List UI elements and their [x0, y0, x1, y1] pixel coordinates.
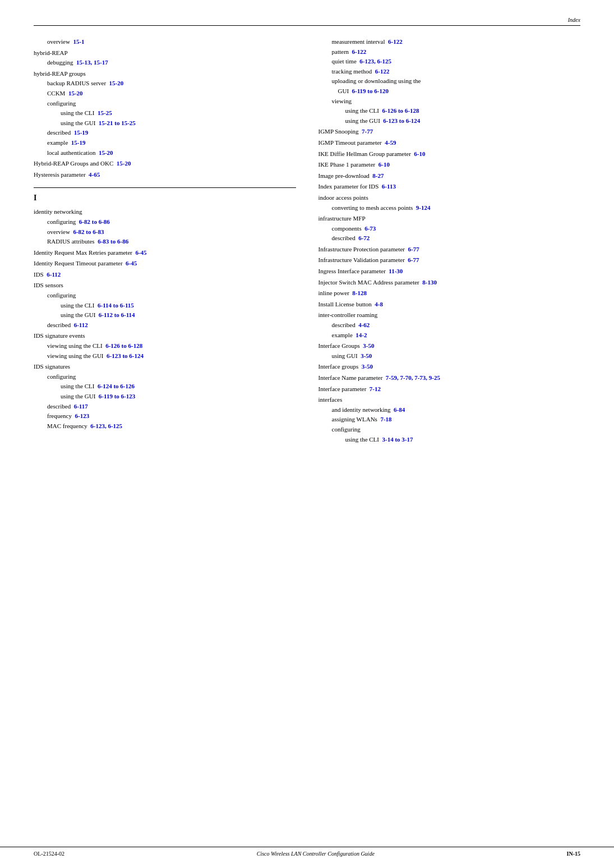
page-ref-link[interactable]: 6-122 [352, 48, 367, 55]
page-ref-link[interactable]: 15-19 [74, 129, 89, 136]
page-ref-link[interactable]: 6-82 to 6-83 [73, 228, 104, 235]
page-ref-link[interactable]: 6-117 [74, 403, 88, 410]
list-item: Install License button 4-8 [318, 300, 581, 310]
page-ref-link[interactable]: 7-77 [362, 128, 373, 135]
list-item: configuring [34, 99, 296, 109]
page-ref-link[interactable]: 8-130 [422, 279, 437, 286]
list-item: tracking method 6-122 [318, 67, 581, 77]
page-ref-link[interactable]: 6-123, 6-125 [359, 58, 391, 65]
page-ref-link[interactable]: 6-77 [408, 246, 419, 252]
page-ref-link[interactable]: 3-50 [363, 342, 374, 349]
list-item: CCKM 15-20 [34, 89, 296, 99]
list-item: described 6-72 [318, 233, 581, 244]
list-item: Ingress Interface parameter 11-30 [318, 267, 581, 277]
list-item: IKE Diffie Hellman Group parameter 6-10 [318, 149, 581, 159]
page-ref-link[interactable]: 7-18 [380, 416, 391, 422]
list-item: described 4-62 [318, 320, 581, 330]
left-column: overview 15-1 hybrid-REAP debugging 15-1… [34, 37, 296, 444]
list-item: and identity networking 6-84 [318, 405, 581, 415]
list-item: Injector Switch MAC Address parameter 8-… [318, 278, 581, 288]
page-ref-link[interactable]: 6-114 to 6-115 [98, 302, 134, 309]
list-item: IKE Phase 1 parameter 6-10 [318, 160, 581, 170]
page-ref-link[interactable]: 6-119 to 6-120 [352, 88, 389, 94]
page-ref-link[interactable]: 15-20 [117, 160, 131, 167]
list-item: Index parameter for IDS 6-113 [318, 182, 581, 192]
list-item: IDS signatures [34, 362, 296, 372]
page-ref-link[interactable]: 6-122 [388, 38, 403, 45]
section-letter-i: I [34, 194, 296, 203]
right-column: measurement interval 6-122 pattern 6-122… [318, 37, 581, 444]
page-ref-link[interactable]: 9-124 [416, 204, 431, 211]
page-ref-link[interactable]: 6-112 [47, 271, 61, 278]
list-item: viewing using the CLI 6-126 to 6-128 [34, 341, 296, 351]
page-ref-link[interactable]: 15-13, 15-17 [76, 59, 108, 66]
page-ref-link[interactable]: 6-123 [75, 412, 89, 419]
page-ref-link[interactable]: 6-123, 6-125 [90, 422, 122, 429]
page-ref-link[interactable]: 6-113 [382, 183, 396, 190]
page-ref-link[interactable]: 15-19 [71, 139, 86, 146]
page-ref-link[interactable]: 15-1 [73, 38, 84, 45]
page-ref-link[interactable]: 15-25 [98, 109, 112, 116]
list-item: example 15-19 [34, 138, 296, 148]
page-ref-link[interactable]: 6-112 [74, 322, 88, 328]
list-item: infrastructure MFP [318, 214, 581, 224]
page-ref-link[interactable]: 6-82 to 6-86 [79, 218, 110, 225]
list-item: overview 15-1 [34, 37, 296, 47]
list-item: RADIUS attributes 6-83 to 6-86 [34, 237, 296, 247]
list-item: IGMP Snooping 7-77 [318, 127, 581, 137]
page-ref-link[interactable]: 6-122 [375, 68, 390, 75]
page-ref-link[interactable]: 8-128 [352, 290, 367, 296]
page-ref-link[interactable]: 3-14 to 3-17 [382, 436, 413, 443]
page-ref-link[interactable]: 6-73 [364, 225, 376, 232]
list-item: inter-controller roaming [318, 310, 581, 320]
page-ref-link[interactable]: 6-126 to 6-128 [105, 342, 142, 349]
page-ref-link[interactable]: 6-10 [414, 150, 425, 157]
page-ref-link[interactable]: 6-119 to 6-123 [99, 393, 135, 399]
page-ref-link[interactable]: 8-27 [372, 172, 384, 179]
page-ref-link[interactable]: 11-30 [389, 268, 403, 274]
page-ref-link[interactable]: 6-45 [126, 260, 137, 267]
page-ref-link[interactable]: 4-59 [385, 139, 396, 146]
list-item: described 15-19 [34, 128, 296, 138]
list-item: configuring [318, 425, 581, 435]
page-ref-link[interactable]: 6-126 to 6-128 [382, 107, 419, 114]
footer-doc-number: OL-21524-02 [34, 851, 64, 857]
list-item: Identity Request Max Retries parameter 6… [34, 248, 296, 258]
section-divider [34, 187, 296, 188]
page-ref-link[interactable]: 15-20 [109, 80, 124, 86]
page-ref-link[interactable]: 3-50 [362, 363, 373, 370]
page-ref-link[interactable]: 4-8 [375, 301, 383, 307]
list-item: example 14-2 [318, 330, 581, 341]
page-ref-link[interactable]: 4-62 [358, 322, 370, 328]
index-content: overview 15-1 hybrid-REAP debugging 15-1… [34, 37, 580, 444]
page-ref-link[interactable]: 6-84 [394, 406, 405, 413]
page-ref-link[interactable]: 15-21 to 15-25 [99, 120, 136, 126]
page-ref-link[interactable]: 6-123 to 6-124 [107, 352, 144, 359]
list-item: Hybrid-REAP Groups and OKC 15-20 [34, 159, 296, 169]
list-item: IGMP Timeout parameter 4-59 [318, 138, 581, 148]
list-item: described 6-117 [34, 402, 296, 412]
list-item: components 6-73 [318, 224, 581, 234]
list-item: using the GUI 6-112 to 6-114 [34, 310, 296, 320]
page-ref-link[interactable]: 6-112 to 6-114 [99, 311, 135, 318]
page-ref-link[interactable]: 15-20 [99, 149, 113, 156]
page-ref-link[interactable]: 7-59, 7-70, 7-73, 9-25 [386, 374, 440, 381]
list-item: using GUI 3-50 [318, 351, 581, 361]
page-ref-link[interactable]: 6-83 to 6-86 [98, 238, 128, 245]
page-ref-link[interactable]: 6-123 to 6-124 [383, 117, 420, 124]
page-ref-link[interactable]: 6-72 [358, 235, 370, 241]
page-ref-link[interactable]: 14-2 [356, 332, 367, 338]
page-ref-link[interactable]: 4-65 [89, 171, 100, 178]
list-item: Image pre-download 8-27 [318, 171, 581, 181]
list-item: local authentication 15-20 [34, 148, 296, 158]
page-ref-link[interactable]: 6-77 [408, 256, 419, 263]
list-item: IDS 6-112 [34, 270, 296, 280]
page-ref-link[interactable]: 3-50 [361, 352, 372, 359]
page-ref-link[interactable]: 6-45 [135, 249, 146, 256]
page-ref-link[interactable]: 6-10 [378, 161, 390, 168]
page-ref-link[interactable]: 6-124 to 6-126 [98, 383, 135, 389]
page-ref-link[interactable]: 15-20 [68, 90, 83, 97]
page-ref-link[interactable]: 7-12 [370, 385, 381, 392]
list-item: viewing using the GUI 6-123 to 6-124 [34, 351, 296, 361]
list-item: interfaces [318, 395, 581, 405]
